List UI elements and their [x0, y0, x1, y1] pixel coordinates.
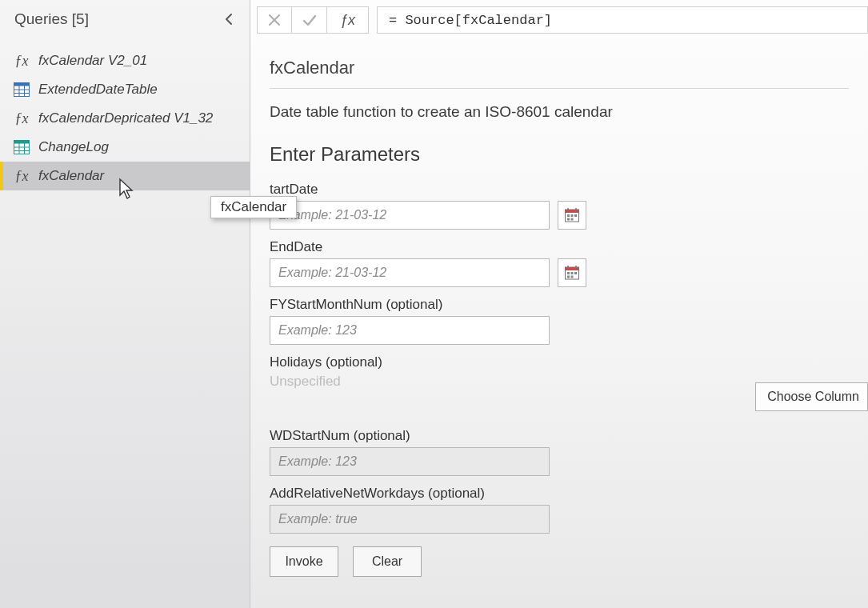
cancel-formula-button[interactable]: [257, 6, 292, 34]
enddate-input[interactable]: [270, 258, 550, 287]
svg-rect-17: [571, 214, 574, 217]
query-list: ƒx fxCalendar V2_01 ExtendedDateTable: [0, 46, 250, 190]
table-icon: [13, 81, 30, 98]
choose-column-button[interactable]: Choose Column: [755, 382, 868, 411]
param-label: EndDate: [270, 239, 849, 255]
query-item-label: fxCalendar V2_01: [38, 53, 147, 69]
commit-formula-button[interactable]: [292, 6, 327, 34]
chevron-left-icon: [224, 14, 234, 25]
addrelativenetworkdays-input[interactable]: [270, 505, 550, 534]
query-item-label: fxCalendar: [38, 168, 104, 184]
fx-icon: ƒx: [327, 6, 369, 34]
startdate-input[interactable]: [270, 201, 550, 230]
svg-rect-13: [566, 210, 579, 213]
table-icon: [13, 138, 30, 156]
queries-title: Queries: [14, 10, 68, 27]
formula-bar: ƒx = Source[fxCalendar]: [250, 0, 868, 40]
svg-rect-29: [571, 276, 574, 278]
svg-rect-22: [566, 267, 579, 270]
param-addrelativenetworkdays: AddRelativeNetWorkdays (optional): [270, 486, 849, 534]
fystartmonthnum-input[interactable]: [270, 316, 550, 345]
svg-rect-16: [567, 214, 570, 217]
param-label: AddRelativeNetWorkdays (optional): [270, 486, 849, 502]
svg-rect-28: [567, 276, 570, 278]
calendar-icon: [564, 207, 580, 223]
svg-rect-19: [567, 218, 570, 221]
svg-rect-20: [571, 218, 574, 221]
svg-rect-1: [14, 83, 30, 86]
svg-rect-7: [14, 141, 30, 144]
function-name: fxCalendar: [270, 58, 849, 78]
fx-icon: ƒx: [13, 110, 30, 127]
param-label: tartDate: [270, 182, 849, 198]
svg-rect-18: [574, 214, 577, 217]
query-item-label: ChangeLog: [38, 139, 109, 155]
query-item-fxcalendardepricated[interactable]: ƒx fxCalendarDepricated V1_32: [0, 104, 250, 133]
query-item-label: ExtendedDateTable: [38, 82, 158, 98]
parameters-heading: Enter Parameters: [270, 143, 849, 166]
calendar-icon: [564, 265, 580, 281]
divider: [270, 88, 849, 89]
invoke-button[interactable]: Invoke: [270, 546, 338, 577]
param-label: Holidays (optional): [270, 354, 849, 370]
queries-sidebar: Queries [5] ƒx fxCalendar V2_01: [0, 0, 250, 608]
choose-column-label: Choose Column: [767, 390, 859, 404]
formula-text: = Source[fxCalendar]: [389, 13, 552, 28]
clear-button[interactable]: Clear: [353, 546, 422, 577]
query-tooltip: fxCalendar: [210, 196, 297, 218]
queries-header: Queries [5]: [0, 0, 250, 38]
collapse-sidebar-button[interactable]: [219, 10, 238, 29]
query-item-fxcalendar[interactable]: ƒx fxCalendar: [0, 162, 250, 190]
function-description: Date table function to create an ISO-860…: [270, 103, 849, 121]
query-item-extendeddatetable[interactable]: ExtendedDateTable: [0, 75, 250, 104]
enddate-datepicker-button[interactable]: [558, 258, 586, 287]
startdate-datepicker-button[interactable]: [558, 201, 586, 230]
close-icon: [268, 14, 281, 26]
param-label: WDStartNum (optional): [270, 428, 849, 444]
query-item-label: fxCalendarDepricated V1_32: [38, 110, 213, 126]
fx-icon: ƒx: [13, 167, 30, 185]
param-startdate: tartDate: [270, 182, 849, 230]
param-wdstartnum: WDStartNum (optional): [270, 428, 849, 476]
formula-input[interactable]: = Source[fxCalendar]: [377, 6, 868, 34]
svg-rect-27: [574, 272, 577, 274]
svg-rect-25: [567, 272, 570, 274]
main-panel: ƒx = Source[fxCalendar] fxCalendar Date …: [250, 0, 868, 608]
param-fystartmonthnum: FYStartMonthNum (optional): [270, 297, 849, 345]
query-item-fxcalendar-v2-01[interactable]: ƒx fxCalendar V2_01: [0, 46, 250, 75]
check-icon: [302, 14, 317, 26]
wdstartnum-input[interactable]: [270, 447, 550, 476]
param-label: FYStartMonthNum (optional): [270, 297, 849, 313]
svg-rect-26: [571, 272, 574, 274]
queries-count: [5]: [72, 10, 89, 27]
param-enddate: EndDate: [270, 239, 849, 287]
fx-icon: ƒx: [13, 52, 30, 70]
query-item-changelog[interactable]: ChangeLog: [0, 133, 250, 162]
